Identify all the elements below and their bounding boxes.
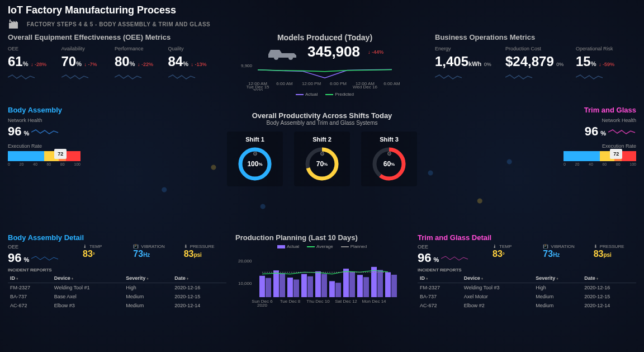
trim-vib: 73 (543, 249, 553, 259)
svg-rect-34 (371, 267, 377, 297)
svg-text:9,900: 9,900 (241, 63, 253, 68)
models-legend: Actual Predicted (225, 92, 425, 97)
incidents-label: INCIDENT REPORTS (418, 267, 636, 273)
exec-rate-label: Execution Rate (564, 143, 636, 149)
metric-delta: ↓ -22% (138, 62, 153, 67)
shift-donut: ⚙ 70% (304, 146, 340, 182)
table-row[interactable]: AC-672Elbow #2Medium2020-12-14 (418, 301, 636, 310)
planning-chart: 20,000 10,000 Sun Dec 62020Tue Dec 8Thu … (235, 252, 409, 308)
metric-spark (8, 73, 41, 79)
metric-label: Quality (168, 46, 215, 51)
svg-rect-18 (259, 276, 265, 297)
body-network-value: 96 (8, 124, 21, 139)
metric-value: 15 (576, 54, 591, 69)
oee-label: OEE (8, 244, 75, 250)
svg-rect-36 (385, 272, 391, 297)
body-detail-title: Body Assembly Detail (8, 233, 226, 242)
body-vib: 73 (133, 249, 143, 259)
svg-rect-32 (357, 275, 363, 297)
incidents-label: INCIDENT REPORTS (8, 267, 226, 273)
svg-text:Tue Dec 8: Tue Dec 8 (280, 299, 301, 304)
page-subtitle: FACTORY STEPS 4 & 5 - BODY ASSEMBLY & TR… (27, 21, 210, 27)
svg-rect-33 (363, 277, 369, 297)
svg-text:Thu Dec 10: Thu Dec 10 (306, 299, 330, 304)
svg-rect-24 (301, 274, 307, 297)
shift-label: Shift 3 (363, 136, 415, 143)
metric-label: Energy (435, 46, 495, 51)
biz-title: Business Operations Metrics (435, 33, 636, 41)
shift-donut: ⚙ 100% (237, 146, 273, 182)
body-network-spark (31, 128, 59, 135)
factory-icon (8, 18, 21, 30)
metric-value: $24,879 (505, 54, 554, 69)
table-row[interactable]: FM-2327Welding Tool #1High2020-12-16 (8, 283, 226, 293)
table-header[interactable]: Date♦ (172, 274, 226, 283)
table-row[interactable]: FM-2327Welding Tool #3High2020-12-16 (418, 283, 636, 293)
models-chart: 9,900 12:00 AMTue Dec 1520206:00 AM12:00… (236, 63, 414, 91)
metric-value: 80 (115, 54, 130, 69)
trim-network-spark (608, 128, 636, 135)
metric-card: Energy 1,405kWh 0% (435, 46, 495, 82)
table-header[interactable]: ID♦ (418, 274, 462, 283)
table-header[interactable]: Device♦ (462, 274, 533, 283)
vibration-icon: 📳 (543, 244, 548, 249)
trim-detail-title: Trim and Glass Detail (418, 233, 636, 242)
shift-card: Shift 2 ⚙ 70% (294, 132, 350, 186)
trim-network-value: 96 (585, 124, 598, 139)
metric-delta: ↓ -59% (599, 62, 614, 67)
svg-text:10,000: 10,000 (238, 281, 252, 286)
productivity-subtitle: Body Assembly and Trim and Glass Systems (267, 120, 378, 126)
trim-oee-spark (441, 254, 468, 262)
svg-rect-25 (307, 276, 313, 297)
metric-delta: 0% (556, 62, 564, 67)
table-row[interactable]: BA-737Base AxelMedium2020-12-15 (8, 292, 226, 301)
business-metrics-section: Business Operations Metrics Energy 1,405… (435, 33, 636, 100)
pressure-icon: ⬇ (594, 244, 598, 249)
table-header[interactable]: Date♦ (582, 274, 636, 283)
svg-rect-35 (377, 270, 383, 297)
svg-rect-27 (321, 274, 327, 297)
metric-delta: ↓ -7% (84, 62, 97, 67)
body-incidents-table: ID♦Device♦Severity♦Date♦ FM-2327Welding … (8, 274, 226, 310)
table-header[interactable]: Device♦ (52, 274, 124, 283)
body-assembly-panel: Body Assembly Network Health 96% Executi… (8, 106, 80, 229)
trim-detail-section: Trim and Glass Detail OEE 96% 🌡TEMP 83° … (418, 233, 636, 310)
svg-text:6:00 AM: 6:00 AM (276, 81, 293, 86)
table-row[interactable]: AC-672Elbow #3Medium2020-12-14 (8, 301, 226, 310)
planning-title: Production Planning (Last 10 Days) (235, 233, 409, 242)
svg-rect-30 (343, 269, 349, 297)
productivity-title: Overall Productivity Across Shifts Today (252, 111, 392, 120)
table-header[interactable]: Severity♦ (533, 274, 582, 283)
planning-legend: Actual Average Planned (235, 244, 409, 249)
table-row[interactable]: BA-737Axel MotorMedium2020-12-15 (418, 292, 636, 301)
svg-text:6:00 AM: 6:00 AM (383, 81, 400, 86)
svg-text:Wed Dec 16: Wed Dec 16 (353, 85, 377, 90)
body-detail-section: Body Assembly Detail OEE 96% 🌡TEMP 83° 📳… (8, 233, 226, 310)
shift-value: 100% (237, 146, 273, 182)
svg-text:6:00 PM: 6:00 PM (330, 81, 347, 86)
models-produced-section: Models Produced (Today) 345,908 ↓ -44% 9… (225, 33, 425, 100)
trim-exec-marker: 72 (610, 149, 622, 159)
vibration-icon: 📳 (133, 244, 139, 249)
shift-label: Shift 2 (296, 136, 348, 143)
thermometer-icon: 🌡 (493, 244, 497, 249)
network-health-label: Network Health (564, 118, 636, 123)
metric-spark (115, 73, 148, 79)
shift-label: Shift 1 (229, 136, 281, 143)
svg-rect-21 (280, 273, 285, 297)
metric-spark (168, 73, 202, 79)
metric-value: 61 (8, 54, 23, 69)
metric-spark (505, 73, 539, 79)
metric-label: Operational Risk (576, 46, 636, 51)
body-assembly-title: Body Assembly (8, 106, 80, 114)
metric-delta: ↓ -28% (31, 62, 46, 67)
oee-title: Overall Equipment Effectiveness (OEE) Me… (8, 33, 215, 41)
body-oee-spark (31, 254, 58, 262)
table-header[interactable]: ID♦ (8, 274, 52, 283)
vib-label: VIBRATION (141, 244, 165, 249)
svg-rect-31 (349, 271, 355, 297)
table-header[interactable]: Severity♦ (124, 274, 172, 283)
shift-card: Shift 1 ⚙ 100% (227, 132, 283, 186)
metric-delta: ↓ -13% (191, 62, 206, 67)
body-temp: 83 (83, 249, 93, 259)
